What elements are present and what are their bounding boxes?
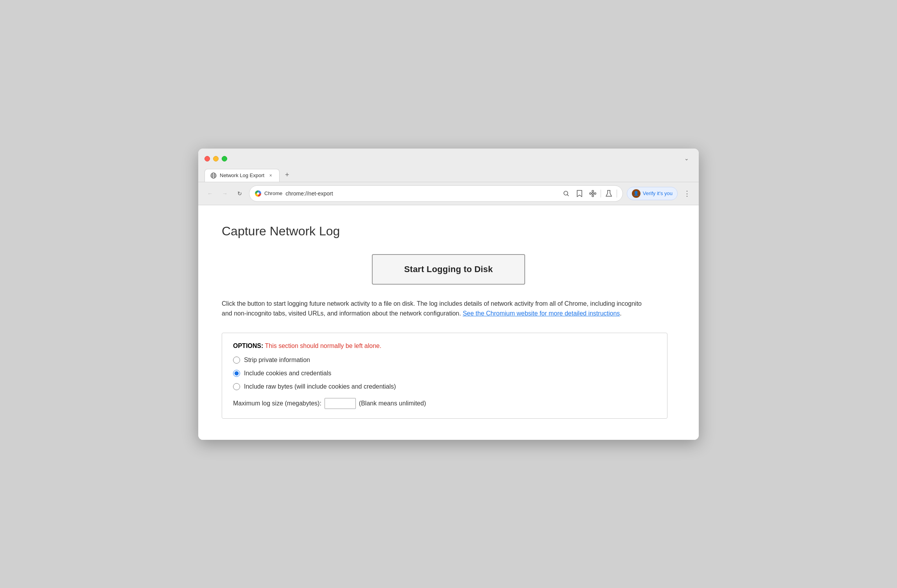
more-menu-button[interactable]: ⋮ [682,188,692,199]
close-button[interactable] [205,156,210,161]
chrome-icon [255,190,261,197]
radio-include-cookies-text: Include cookies and credentials [244,370,331,377]
traffic-lights: ⌄ [205,152,692,169]
options-box: OPTIONS: This section should normally be… [222,333,667,419]
title-bar: ⌄ Network Log Export × + [198,149,699,182]
radio-strip-text: Strip private information [244,357,310,364]
options-header-warning: This section should normally be left alo… [265,342,382,349]
verify-button[interactable]: 👤 Verify it's you [627,187,678,200]
verify-label: Verify it's you [643,190,673,196]
back-button[interactable]: ← [205,188,215,199]
radio-include-raw-label[interactable]: Include raw bytes (will include cookies … [233,383,656,390]
radio-include-raw-input[interactable] [233,383,240,390]
max-log-hint: (Blank means unlimited) [359,400,426,407]
options-header-bold: OPTIONS: [233,342,263,349]
radio-strip-input[interactable] [233,357,240,364]
max-log-label: Maximum log size (megabytes): [233,400,321,407]
maximize-button[interactable] [222,156,227,161]
avatar: 👤 [632,189,640,198]
url-address-text: chrome://net-export [285,190,558,197]
extension-icon[interactable] [587,188,598,199]
page-content: Capture Network Log Start Logging to Dis… [198,205,699,440]
description-text: Click the button to start logging future… [222,299,652,319]
active-tab[interactable]: Network Log Export × [205,169,280,182]
svg-line-6 [567,195,569,196]
new-tab-button[interactable]: + [281,169,293,181]
max-log-input[interactable] [325,398,356,409]
divider [601,190,601,197]
options-header: OPTIONS: This section should normally be… [233,342,656,350]
url-actions [561,188,617,199]
browser-window: ⌄ Network Log Export × + ← → ↻ [198,149,699,440]
url-brand-label: Chrome [264,190,282,196]
description-part2: . [620,310,621,317]
radio-include-cookies-input[interactable] [233,370,240,377]
svg-rect-7 [590,193,591,194]
radio-strip-label[interactable]: Strip private information [233,357,656,364]
flask-icon[interactable] [603,188,614,199]
chromium-link[interactable]: See the Chromium website for more detail… [463,310,620,317]
tab-favicon-icon [210,172,217,179]
svg-rect-8 [592,190,594,192]
bookmark-icon[interactable] [574,188,585,199]
svg-rect-11 [592,193,594,194]
url-bar[interactable]: Chrome chrome://net-export [249,185,623,202]
tab-title: Network Log Export [220,172,264,178]
radio-group: Strip private information Include cookie… [233,357,656,390]
tabs-row: Network Log Export × + [205,169,692,182]
reload-button[interactable]: ↻ [234,188,245,199]
page-title: Capture Network Log [222,224,675,238]
radio-include-raw-text: Include raw bytes (will include cookies … [244,383,396,390]
svg-rect-10 [594,193,596,194]
forward-button[interactable]: → [219,188,230,199]
max-log-row: Maximum log size (megabytes): (Blank mea… [233,398,656,409]
start-logging-button[interactable]: Start Logging to Disk [372,254,525,285]
expand-icon[interactable]: ⌄ [681,152,692,164]
radio-include-cookies-label[interactable]: Include cookies and credentials [233,370,656,377]
svg-rect-9 [592,195,594,197]
tab-close-button[interactable]: × [267,172,274,179]
minimize-button[interactable] [213,156,219,161]
search-icon[interactable] [561,188,572,199]
divider2 [617,190,617,197]
address-bar: ← → ↻ Chrome chrome://net-export [198,182,699,205]
